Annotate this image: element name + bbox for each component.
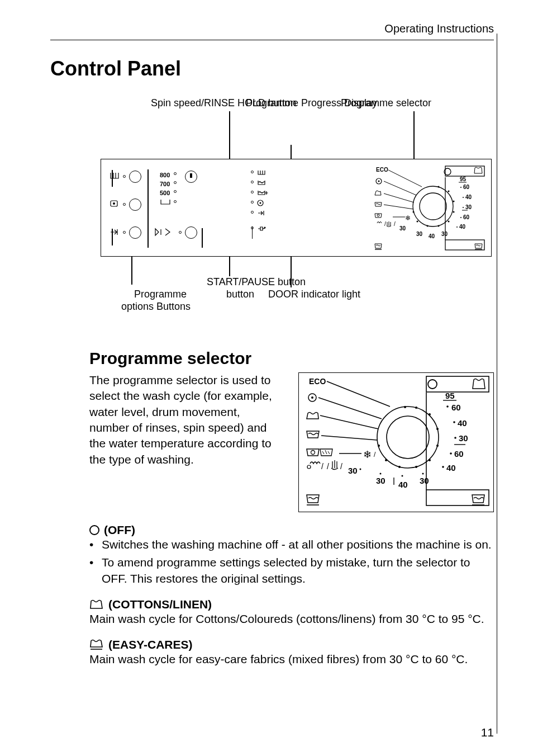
programme-selector-section: The programme selector is used to select… [89,372,494,512]
stain-icon [110,200,120,209]
off-bullet-1: Switches the washing machine off - at al… [89,537,494,552]
callout-line [131,257,132,285]
programme-selector-intro: The programme selector is used to select… [89,372,279,467]
svg-text:40: 40 [458,418,467,428]
svg-text:30: 30 [376,476,386,485]
svg-point-26 [460,187,461,188]
svg-text:/: / [384,221,386,227]
svg-point-93 [422,473,424,475]
cottons-icon [89,599,104,609]
svg-text:/: / [340,462,342,471]
header-category: Operating Instructions [50,22,494,35]
led-icon [174,200,177,203]
start-pause-icon [154,228,177,237]
svg-point-46 [438,225,440,227]
led-icon [251,211,254,214]
svg-text:30: 30 [348,466,358,475]
prewash-stage-icon [257,169,266,176]
right-margin-rule [497,34,497,734]
svg-point-81 [450,452,452,455]
led-icon [123,203,126,206]
speed-800: 800 [160,172,170,178]
led-icon [251,181,254,183]
svg-point-91 [402,475,403,477]
spin-indicator-icon [188,173,194,180]
led-icon [174,172,177,175]
svg-point-15 [378,181,380,182]
svg-rect-2 [190,173,192,178]
start-pause-button [185,226,197,239]
svg-line-58 [327,381,390,407]
svg-point-5 [264,227,266,229]
programme-selector-heading: Programme selector [89,349,494,368]
callout-prog-progress: Programme Progress Display [246,97,377,109]
speed-500: 500 [160,190,170,196]
svg-text:30: 30 [416,231,423,237]
off-icon [89,525,99,535]
option-button [129,226,141,239]
header-rule [50,40,494,40]
svg-point-67 [311,451,315,455]
control-panel-heading: Control Panel [50,57,494,81]
easycares-text: Main wash cycle for easy-care fabrics (m… [89,651,494,667]
callout-door-indicator: DOOR indicator light [268,289,360,300]
callout-start-pause-2: button [226,289,254,300]
option-button [129,171,141,183]
svg-point-60 [311,396,313,399]
svg-text:60: 60 [451,403,461,412]
svg-point-21 [377,214,379,216]
svg-text:❄: ❄ [405,214,411,222]
prewash-icon [110,172,120,181]
led-icon [251,191,254,193]
control-panel-diagram: Spin speed/RINSE HOLD button Programme s… [101,97,492,332]
led-icon [251,201,254,204]
svg-point-88 [380,473,382,475]
svg-point-42 [448,191,450,192]
svg-text:40: 40 [429,233,435,239]
svg-point-1 [113,202,115,205]
svg-point-97 [436,445,439,447]
callout-line [291,145,292,159]
svg-point-7 [420,193,446,220]
svg-point-101 [385,459,387,461]
dial-eco: ECO [309,377,326,386]
svg-point-86 [360,469,361,470]
selector-mini: ECO ❄ / / [360,164,486,251]
svg-point-45 [448,221,450,223]
programme-selector-dial: ECO ❄ / [298,372,494,512]
easycares-label-row: (EASY-CARES) [89,638,494,651]
svg-point-43 [453,201,455,202]
option-button [129,199,141,211]
svg-text:/: / [321,462,323,471]
door-icon [257,225,267,232]
svg-point-96 [436,428,439,430]
led-icon [179,231,182,234]
speed-700: 700 [160,181,170,187]
callout-line [112,170,113,187]
svg-point-99 [415,466,417,468]
svg-point-78 [454,437,456,439]
callout-line [229,257,230,276]
svg-text:ECO: ECO [376,167,388,173]
svg-text:40: 40 [459,224,466,230]
page-number: 11 [481,726,494,739]
svg-point-49 [413,211,415,213]
svg-point-74 [446,405,449,408]
svg-point-55 [428,380,437,389]
callout-line [413,111,415,159]
svg-point-53 [387,416,429,459]
svg-point-47 [427,225,429,227]
callout-prog-options: Programme [134,289,187,300]
callout-line [229,111,230,159]
cottons-label: (COTTONS/LINEN) [108,598,212,611]
page-container: Operating Instructions Control Panel Spi… [0,0,533,690]
easycares-icon [89,639,104,650]
led-icon [251,171,254,173]
callout-prog-options-2: options Buttons [121,301,191,313]
panel-separator [147,169,149,248]
svg-line-62 [320,415,378,429]
svg-point-4 [260,202,261,204]
svg-point-76 [453,421,455,423]
svg-text:40: 40 [398,480,408,489]
svg-line-18 [384,205,413,209]
